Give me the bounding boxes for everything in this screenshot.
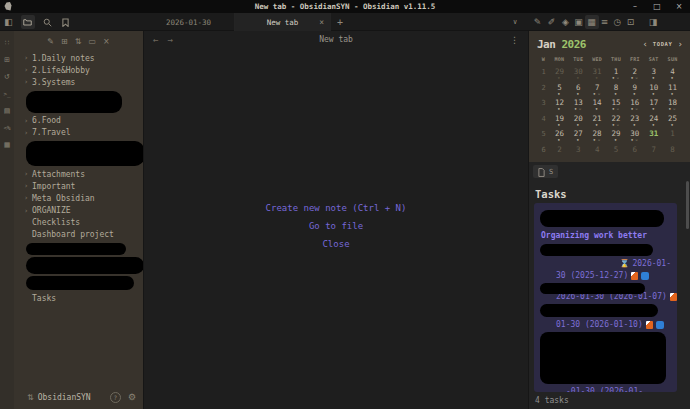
calendar-day[interactable]: 3 xyxy=(569,145,588,161)
new-folder-icon[interactable]: ⊞ xyxy=(61,37,68,46)
minimize-button[interactable]: – xyxy=(624,2,646,11)
calendar-day[interactable]: 6• xyxy=(569,83,588,99)
new-tab-button[interactable]: + xyxy=(333,13,347,31)
close-link[interactable]: Close xyxy=(322,239,349,249)
calendar-day[interactable]: 13•◦ xyxy=(569,98,588,114)
clock-icon[interactable]: ◷ xyxy=(611,13,624,31)
tag-icon[interactable]: ◈ xyxy=(559,13,572,31)
calendar-day[interactable]: 15•◦ xyxy=(607,98,626,114)
calendar-day[interactable]: 22•◦ xyxy=(607,114,626,130)
calendar-day[interactable]: 3• xyxy=(644,67,663,83)
create-new-note-link[interactable]: Create new note (Ctrl + N) xyxy=(266,203,407,213)
tree-item-checklists[interactable]: ›Checklists xyxy=(24,217,143,229)
restore-button[interactable]: □ xyxy=(646,2,668,11)
calendar-day[interactable]: 31• xyxy=(588,67,607,83)
sort-icon[interactable]: ⇅ xyxy=(75,37,82,46)
history-icon[interactable]: ↺ xyxy=(0,68,14,85)
terminal-icon[interactable]: >_ xyxy=(0,85,14,102)
calendar-day[interactable]: 5• xyxy=(550,83,569,99)
tree-item-meta-obsidian[interactable]: ›Meta Obsidian xyxy=(24,192,143,204)
calendar-day[interactable]: 7•◦ xyxy=(588,83,607,99)
file-edit-icon[interactable]: ⊡ xyxy=(624,13,637,31)
table-icon[interactable]: ▤ xyxy=(0,102,14,119)
new-note-icon[interactable]: ✎ xyxy=(47,37,54,46)
calendar-today-button[interactable]: TODAY xyxy=(653,41,673,47)
files-tab-icon[interactable] xyxy=(20,13,35,31)
calendar-day[interactable]: 6 xyxy=(625,145,644,161)
right-sidebar-toggle-icon[interactable]: ◨ xyxy=(646,13,660,31)
calendar-day[interactable]: 30• xyxy=(569,67,588,83)
calendar-day[interactable]: 24• xyxy=(644,114,663,130)
calendar-day[interactable]: 29• xyxy=(550,67,569,83)
tree-item-6-food[interactable]: ›6.Food xyxy=(24,115,143,127)
calendar-day[interactable]: 11• xyxy=(663,83,682,99)
pen-one-icon[interactable]: ✎ xyxy=(531,13,544,31)
tree-item-important[interactable]: ›Important xyxy=(24,180,143,192)
calendar-day[interactable]: 29• xyxy=(607,129,626,145)
card-grid-icon[interactable]: ⊞ xyxy=(0,51,14,68)
left-sidebar-toggle-icon[interactable]: ◧ xyxy=(2,13,15,31)
pen-two-icon[interactable]: ✐ xyxy=(545,13,558,31)
task-backlink-icon[interactable] xyxy=(631,272,638,280)
vault-switcher[interactable]: ⇅ ObsidianSYN xyxy=(27,393,91,402)
tree-item-1-daily-notes[interactable]: ›1.Daily notes xyxy=(24,52,143,64)
calendar-day[interactable]: 10• xyxy=(644,83,663,99)
calendar-day-today[interactable]: 31 xyxy=(644,129,663,145)
tab-close-icon[interactable]: × xyxy=(319,18,324,27)
calendar-day[interactable]: 23• xyxy=(625,114,644,130)
calendar-day[interactable]: 14• xyxy=(588,98,607,114)
task-edit-icon[interactable] xyxy=(656,321,664,329)
help-icon[interactable]: ? xyxy=(110,392,121,403)
calendar-day[interactable]: 7 xyxy=(644,145,663,161)
calendar-day[interactable]: 21• xyxy=(588,114,607,130)
tree-item-organize[interactable]: ›ORGANIZE xyxy=(24,205,143,217)
calendar-day[interactable]: 4 xyxy=(588,145,607,161)
open-calendar-icon[interactable]: ▦ xyxy=(585,13,598,31)
task-backlink-icon[interactable] xyxy=(646,321,653,329)
calendar-day[interactable]: 18•◦ xyxy=(663,98,682,114)
workspaces-icon[interactable]: ∷ xyxy=(0,34,14,51)
task-list-icon[interactable]: ≡ xyxy=(598,13,611,31)
calendar-day[interactable]: 19• xyxy=(550,114,569,130)
tree-item-2-life-hobby[interactable]: ›2.Life&Hobby xyxy=(24,64,143,76)
document-tab-icon[interactable] xyxy=(538,162,545,181)
calendar-day[interactable]: 30•◦ xyxy=(625,129,644,145)
layout-icon[interactable]: ▭ xyxy=(88,37,96,46)
calendar-day[interactable]: 12• xyxy=(550,98,569,114)
calendar-day[interactable]: 26• xyxy=(550,129,569,145)
calendar-day[interactable]: 5 xyxy=(607,145,626,161)
calendar-day[interactable]: 8 xyxy=(663,145,682,161)
calendar-day[interactable]: 25• xyxy=(663,114,682,130)
calendar-prev-icon[interactable]: ‹ xyxy=(643,39,647,49)
collapse-all-icon[interactable]: × xyxy=(103,37,110,46)
tree-item-3-systems[interactable]: ›3.Systems xyxy=(24,76,143,88)
calendar-day[interactable]: 27• xyxy=(569,129,588,145)
calendar-day[interactable]: 28•◦ xyxy=(588,129,607,145)
close-button[interactable]: × xyxy=(668,2,690,11)
s-tab-icon[interactable]: S xyxy=(549,168,553,176)
task-group-link[interactable]: Organizing work better xyxy=(541,231,671,240)
tree-item-attachments[interactable]: ›Attachments xyxy=(24,168,143,180)
calendar-day[interactable]: 20• xyxy=(569,114,588,130)
calendar-day[interactable]: 4• xyxy=(663,67,682,83)
archive-box-icon[interactable]: ▣ xyxy=(572,13,585,31)
tab-daily-note[interactable]: 2026-01-30 xyxy=(143,13,235,31)
calendar-day[interactable]: 2 xyxy=(550,145,569,161)
calendar-day[interactable]: 17• xyxy=(644,98,663,114)
task-edit-icon[interactable] xyxy=(641,272,649,280)
more-options-icon[interactable]: ⋮ xyxy=(510,35,519,45)
calendar-day[interactable]: 1 xyxy=(663,129,682,145)
calendar-day[interactable]: 9• xyxy=(625,83,644,99)
tab-list-chevron-icon[interactable]: ∨ xyxy=(508,13,522,31)
settings-gear-icon[interactable]: ⚙ xyxy=(128,392,136,402)
bookmarks-icon[interactable] xyxy=(58,13,73,31)
search-icon[interactable] xyxy=(40,13,55,31)
calendar-day[interactable]: 2•◦ xyxy=(625,67,644,83)
templater-icon[interactable]: <% xyxy=(0,119,14,136)
calendar-day[interactable]: 16•◦ xyxy=(625,98,644,114)
calendar-icon[interactable]: ▦ xyxy=(0,136,14,153)
tree-item-tasks[interactable]: ›Tasks xyxy=(24,292,143,304)
calendar-day[interactable]: 1•◦ xyxy=(607,67,626,83)
tree-item-dashboard-project[interactable]: ›Dashboard project xyxy=(24,229,143,241)
scrollbar-thumb[interactable] xyxy=(686,181,689,229)
